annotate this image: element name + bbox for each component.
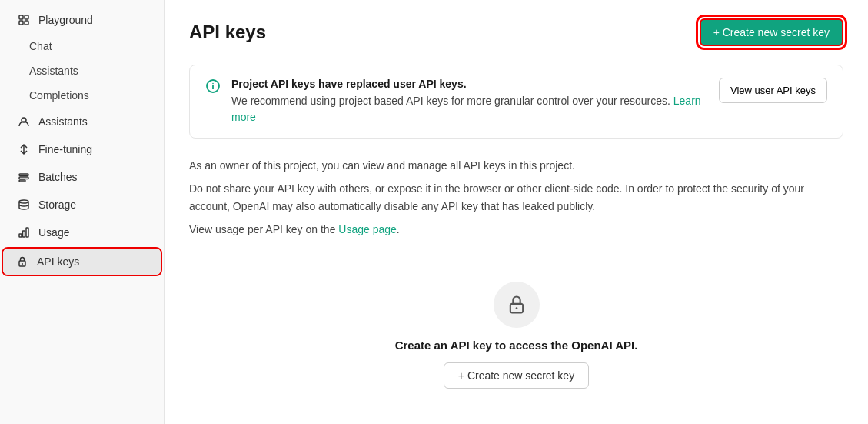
create-secret-key-button-center[interactable]: + Create new secret key: [444, 362, 589, 389]
fine-tuning-icon: [17, 142, 31, 156]
sidebar-item-usage[interactable]: Usage: [5, 219, 159, 245]
playground-icon: [17, 13, 31, 27]
sidebar-item-assistants[interactable]: Assistants: [5, 109, 159, 135]
svg-rect-2: [19, 21, 23, 25]
sidebar-sub-label: Chat: [29, 40, 52, 52]
sidebar-item-label: Fine-tuning: [38, 143, 92, 155]
page-header: API keys + Create new secret key: [189, 18, 843, 46]
sidebar-sub-label: Assistants: [29, 65, 78, 77]
sidebar-item-label: Usage: [38, 226, 69, 239]
usage-page-link[interactable]: Usage page: [338, 223, 397, 235]
svg-rect-9: [19, 234, 22, 237]
svg-rect-0: [19, 15, 23, 19]
sidebar-item-fine-tuning[interactable]: Fine-tuning: [5, 136, 159, 162]
sidebar-item-label: Playground: [38, 14, 93, 26]
notice-title: Project API keys have replaced user API …: [231, 78, 708, 90]
svg-rect-7: [19, 180, 25, 182]
storage-icon: [17, 198, 31, 212]
notice-text: We recommend using project based API key…: [231, 93, 708, 125]
info-icon: [205, 78, 221, 98]
svg-point-13: [22, 263, 23, 265]
sidebar-item-api-keys[interactable]: API keys: [3, 249, 161, 275]
sidebar-sub-label: Completions: [29, 89, 89, 102]
sidebar-item-label: API keys: [37, 255, 79, 268]
batches-icon: [17, 170, 31, 184]
description-section: As an owner of this project, you can vie…: [189, 157, 843, 239]
description-line1: As an owner of this project, you can vie…: [189, 157, 843, 174]
page-title: API keys: [189, 22, 266, 43]
sidebar-item-chat[interactable]: Chat: [5, 35, 159, 58]
svg-rect-11: [26, 228, 28, 237]
api-keys-icon: [15, 255, 29, 269]
description-line2: Do not share your API key with others, o…: [189, 180, 843, 215]
create-secret-key-button-header[interactable]: + Create new secret key: [700, 18, 843, 46]
svg-point-18: [515, 307, 517, 309]
sidebar-item-playground[interactable]: Playground: [5, 7, 159, 33]
svg-rect-1: [25, 15, 28, 19]
description-line3: View usage per API key on the Usage page…: [189, 221, 843, 238]
sidebar-item-label: Assistants: [38, 115, 88, 128]
empty-state-label: Create an API key to access the OpenAI A…: [395, 339, 638, 352]
sidebar-item-assistants-sub[interactable]: Assistants: [5, 59, 159, 82]
main-content: API keys + Create new secret key Project…: [165, 0, 868, 424]
svg-rect-5: [19, 174, 28, 176]
svg-point-16: [212, 83, 214, 85]
usage-icon: [17, 225, 31, 239]
svg-point-8: [19, 200, 28, 203]
sidebar-item-completions[interactable]: Completions: [5, 84, 159, 107]
sidebar-item-batches[interactable]: Batches: [5, 164, 159, 190]
sidebar: Playground Chat Assistants Completions A…: [0, 0, 165, 424]
svg-rect-10: [23, 231, 25, 237]
notice-content: Project API keys have replaced user API …: [231, 78, 708, 125]
sidebar-item-label: Storage: [38, 199, 76, 211]
view-user-api-keys-button[interactable]: View user API keys: [719, 78, 827, 103]
assistants-icon: [17, 115, 31, 129]
lock-icon: [494, 282, 540, 328]
svg-rect-6: [19, 177, 28, 179]
sidebar-item-label: Batches: [38, 171, 78, 183]
empty-state: Create an API key to access the OpenAI A…: [189, 263, 843, 413]
notice-banner: Project API keys have replaced user API …: [189, 65, 843, 139]
svg-rect-3: [25, 21, 28, 25]
sidebar-item-storage[interactable]: Storage: [5, 192, 159, 218]
